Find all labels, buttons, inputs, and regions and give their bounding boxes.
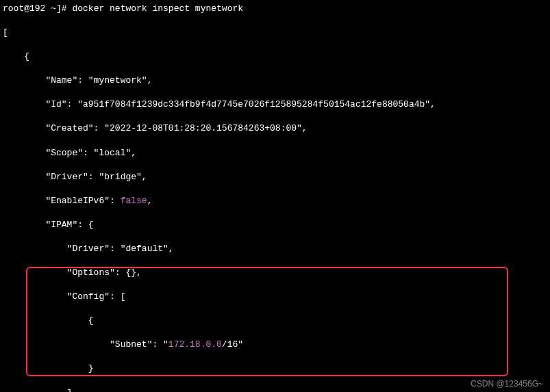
- field-ipam-config-brace: {: [3, 315, 547, 327]
- field-ipam-config-close: ]: [3, 387, 547, 393]
- json-object-open: {: [3, 51, 547, 63]
- json-array-open: [: [3, 27, 547, 39]
- field-id: "Id": "a951f7084f1239dc334fb9f4d7745e702…: [3, 99, 547, 111]
- false-value: false: [121, 196, 147, 206]
- field-name: "Name": "mynetwork",: [3, 75, 547, 87]
- command-text: docker network inspect mynetwork: [72, 3, 243, 14]
- field-created: "Created": "2022-12-08T01:28:20.15678426…: [3, 122, 547, 135]
- watermark: CSDN @123456G~: [471, 378, 543, 389]
- field-ipam-open: "IPAM": {: [3, 219, 547, 231]
- field-subnet: "Subnet": "172.18.0.0/16": [3, 339, 547, 351]
- subnet-value: 172.18.0.0: [168, 339, 222, 350]
- json-output: [ { "Name": "mynetwork", "Id": "a951f708…: [3, 15, 547, 392]
- field-ipam-config-open: "Config": [: [3, 291, 547, 303]
- field-driver: "Driver": "bridge",: [3, 171, 547, 183]
- field-ipam-options: "Options": {},: [3, 267, 547, 279]
- shell-prompt: root@192 ~]# docker network inspect myne…: [3, 3, 547, 15]
- field-scope: "Scope": "local",: [3, 147, 547, 159]
- field-enableipv6: "EnableIPv6": false,: [3, 195, 547, 207]
- field-ipam-config-close-brace: }: [3, 363, 547, 375]
- field-ipam-driver: "Driver": "default",: [3, 243, 547, 255]
